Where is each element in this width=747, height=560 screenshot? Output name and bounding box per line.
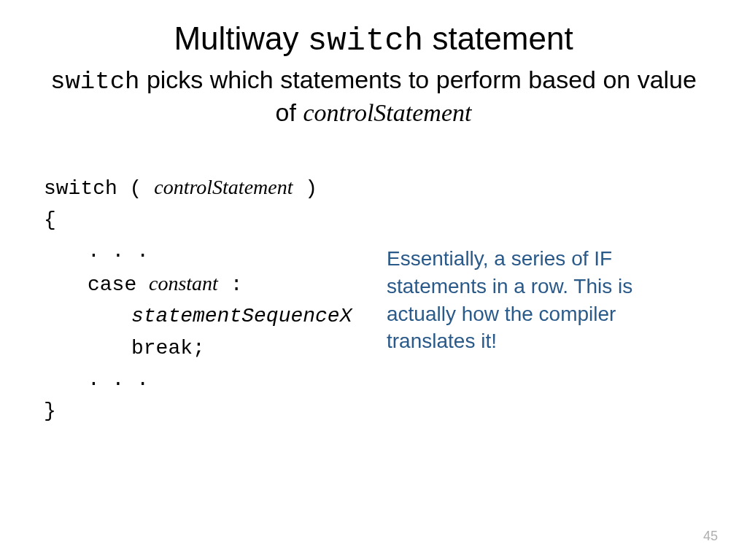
code-l1-pre: switch (: [44, 177, 154, 200]
title-post: statement: [423, 20, 573, 56]
subtitle-italic: controlStatement: [303, 99, 471, 126]
page-title: Multiway switch statement: [44, 20, 703, 60]
code-l4-pre: case: [88, 273, 149, 296]
code-l1-post: ): [293, 177, 318, 200]
title-mono: switch: [308, 23, 423, 59]
page-number: 45: [703, 529, 718, 544]
code-l1-italic: controlStatement: [154, 176, 293, 198]
code-line-8: }: [44, 395, 703, 427]
title-pre: Multiway: [174, 20, 307, 56]
annotation-text: Essentially, a series of IF statements i…: [387, 245, 693, 355]
code-l4-italic: constant: [149, 272, 218, 295]
code-line-2: {: [44, 204, 703, 236]
subtitle-mono: switch: [50, 68, 139, 96]
subtitle: switch picks which statements to perform…: [44, 64, 703, 129]
code-line-7: . . .: [44, 364, 703, 395]
code-l4-post: :: [218, 273, 243, 296]
code-line-1: switch ( controlStatement ): [44, 171, 703, 204]
slide: Multiway switch statement switch picks w…: [0, 0, 747, 560]
